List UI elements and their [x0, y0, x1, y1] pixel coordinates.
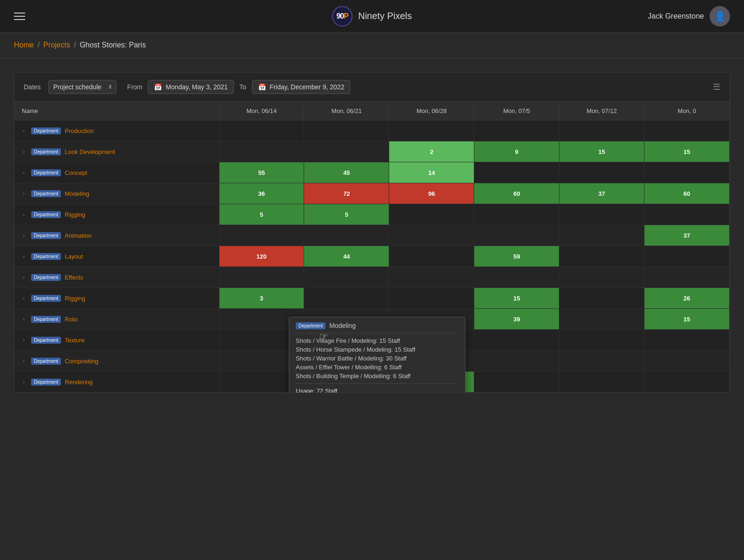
bar-cell	[474, 225, 559, 246]
bar-cell	[559, 267, 644, 288]
bar-cell[interactable]: 2	[389, 141, 474, 162]
dept-name: Production	[65, 127, 93, 134]
dept-name-modeling: Modeling	[65, 190, 89, 197]
bar-cell[interactable]: 55	[219, 162, 304, 183]
bar-cell[interactable]: 60	[474, 183, 559, 204]
expand-arrow[interactable]: ›	[20, 233, 27, 238]
dept-badge: Department	[31, 379, 61, 386]
bar-cell	[389, 288, 474, 309]
bar-cell	[644, 246, 730, 267]
bar-cell[interactable]: 44	[304, 246, 389, 267]
bar-cell[interactable]: 14	[389, 162, 474, 183]
from-date-picker[interactable]: 📅 Monday, May 3, 2021	[148, 80, 234, 94]
bar-cell[interactable]: 60	[644, 183, 730, 204]
expand-arrow[interactable]: ›	[20, 379, 27, 385]
tooltip-line-5: Shots / Building Temple / Modelling: 6 S…	[296, 372, 458, 380]
col-header-week-2: Mon, 06/21	[304, 102, 389, 120]
expand-arrow[interactable]: ›	[20, 212, 27, 217]
tooltip-header: Department Modeling	[296, 322, 458, 329]
expand-arrow[interactable]: ›	[20, 337, 27, 343]
col-header-week-3: Mon, 06/28	[389, 102, 474, 120]
schedule-select[interactable]: Project schedule	[48, 80, 116, 94]
schedule-select-wrapper[interactable]: Project schedule	[48, 80, 116, 94]
toolbar-options-icon[interactable]: ☰	[713, 82, 720, 92]
expand-arrow[interactable]: ›	[20, 149, 27, 154]
bar-cell[interactable]: 39	[474, 309, 559, 330]
breadcrumb: Home / Projects / Ghost Stories: Paris	[0, 33, 744, 58]
expand-arrow[interactable]: ›	[20, 170, 27, 175]
breadcrumb-sep-2: /	[74, 41, 76, 49]
bar-cell	[644, 162, 730, 183]
expand-arrow[interactable]: ›	[20, 274, 27, 280]
dept-badge: Department	[31, 232, 61, 239]
dept-name: Layout	[65, 253, 83, 260]
tooltip-line-3: Shots / Warrior Battle / Modeling: 30 St…	[296, 354, 458, 363]
dept-name: Rendering	[65, 379, 93, 386]
col-header-week-1: Mon, 06/14	[219, 102, 304, 120]
bar-cell	[389, 225, 474, 246]
expand-arrow[interactable]: ›	[20, 191, 27, 196]
bar-cell	[219, 120, 304, 141]
bar-cell[interactable]: 15	[474, 288, 559, 309]
bar-cell	[559, 120, 644, 141]
row-name-cell: › Department Compositing	[14, 351, 219, 372]
expand-arrow[interactable]: ›	[20, 128, 27, 133]
bar-cell[interactable]: 15	[559, 141, 644, 162]
schedule-container: Dates Project schedule From 📅 Monday, Ma…	[14, 72, 730, 393]
bar-cell	[644, 330, 730, 351]
bar-cell	[474, 372, 559, 393]
bar-cell[interactable]: 37	[559, 183, 644, 204]
from-calendar-icon: 📅	[154, 83, 162, 91]
bar-cell[interactable]: 45	[304, 162, 389, 183]
bar-cell	[474, 120, 559, 141]
bar-cell	[559, 330, 644, 351]
breadcrumb-projects[interactable]: Projects	[43, 41, 70, 49]
dept-badge: Department	[31, 148, 61, 155]
expand-arrow[interactable]: ›	[20, 295, 27, 301]
header-left	[14, 13, 25, 20]
tooltip-title: Modeling	[329, 322, 356, 329]
to-date-picker[interactable]: 📅 Friday, December 9, 2022	[252, 80, 351, 94]
dept-badge: Department	[31, 211, 61, 218]
bar-cell	[644, 267, 730, 288]
bar-cell[interactable]: 120	[219, 246, 304, 267]
bar-cell	[219, 225, 304, 246]
bar-cell[interactable]: 15	[644, 141, 730, 162]
bar-cell	[219, 267, 304, 288]
schedule-toolbar: Dates Project schedule From 📅 Monday, Ma…	[14, 73, 730, 102]
bar-cell	[389, 204, 474, 225]
expand-arrow[interactable]: ›	[20, 316, 27, 322]
bar-cell[interactable]: 5	[219, 204, 304, 225]
expand-arrow[interactable]: ›	[20, 253, 27, 259]
bar-cell	[304, 267, 389, 288]
expand-arrow[interactable]: ›	[20, 358, 27, 364]
from-date: Monday, May 3, 2021	[166, 83, 228, 91]
breadcrumb-home[interactable]: Home	[14, 41, 34, 49]
logo-p: P	[344, 12, 348, 20]
bar-cell[interactable]: 9	[474, 141, 559, 162]
row-name-cell: › Department Rendering	[14, 372, 219, 393]
bar-cell[interactable]: 59	[474, 246, 559, 267]
to-calendar-icon: 📅	[258, 83, 266, 91]
bar-cell[interactable]: 3	[219, 288, 304, 309]
hamburger-menu[interactable]	[14, 13, 25, 20]
bar-cell	[304, 141, 389, 162]
dept-badge: Department	[31, 295, 61, 302]
bar-cell[interactable]: 5	[304, 204, 389, 225]
bar-cell-modeling-red2[interactable]: 96	[389, 183, 474, 204]
bar-cell-modeling-red[interactable]: 72	[304, 183, 389, 204]
bar-cell[interactable]: 15	[644, 309, 730, 330]
dept-name: Rigging	[65, 211, 85, 218]
to-date: Friday, December 9, 2022	[270, 83, 345, 91]
bar-cell[interactable]: 36	[219, 183, 304, 204]
dates-label: Dates	[24, 83, 41, 91]
dept-name: Compositing	[65, 358, 98, 365]
header: 90P Ninety Pixels Jack Greenstone 👤	[0, 0, 744, 33]
avatar[interactable]: 👤	[710, 6, 730, 27]
bar-cell[interactable]: 37	[644, 225, 730, 246]
bar-cell	[644, 351, 730, 372]
user-area: Jack Greenstone 👤	[648, 6, 730, 27]
breadcrumb-current-page: Ghost Stories: Paris	[80, 41, 146, 49]
bar-cell[interactable]: 26	[644, 288, 730, 309]
bar-cell	[474, 351, 559, 372]
